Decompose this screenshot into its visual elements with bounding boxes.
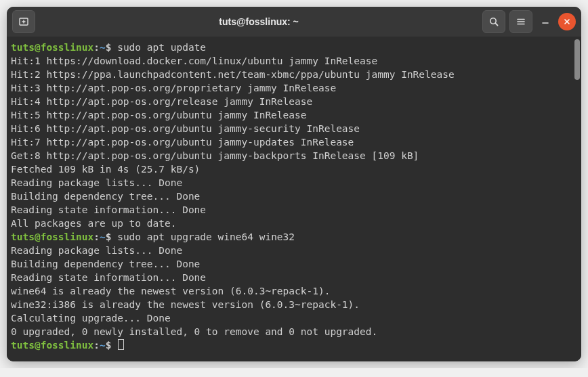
- output-line: All packages are up to date.: [11, 217, 581, 230]
- prompt-user: tuts@fosslinux: [11, 231, 93, 242]
- terminal-viewport[interactable]: tuts@fosslinux:~$ sudo apt update Hit:1 …: [7, 37, 581, 361]
- output-line: 0 upgraded, 0 newly installed, 0 to remo…: [11, 325, 581, 338]
- output-line: Reading state information... Done: [11, 203, 581, 217]
- prompt-path: ~: [100, 340, 106, 351]
- output-line: Reading package lists... Done: [11, 244, 581, 257]
- output-line: wine32:i386 is already the newest versio…: [11, 298, 581, 311]
- output-line: Reading package lists... Done: [11, 176, 581, 190]
- output-line: Hit:5 http://apt.pop-os.org/ubuntu jammy…: [11, 108, 581, 122]
- minimize-icon: [542, 18, 549, 25]
- prompt-line: tuts@fosslinux:~$ sudo apt update: [11, 41, 581, 54]
- prompt-line: tuts@fosslinux:~$ sudo apt upgrade wine6…: [11, 230, 581, 244]
- prompt-line: tuts@fosslinux:~$: [11, 338, 581, 352]
- output-line: Hit:4 http://apt.pop-os.org/release jamm…: [11, 95, 581, 108]
- new-tab-button[interactable]: [12, 10, 35, 33]
- close-icon: [564, 18, 570, 25]
- hamburger-icon: [516, 16, 526, 27]
- output-line: Reading state information... Done: [11, 271, 581, 284]
- search-icon: [488, 16, 499, 27]
- output-line: Building dependency tree... Done: [11, 257, 581, 271]
- new-tab-icon: [18, 16, 29, 27]
- output-line: Hit:1 https://download.docker.com/linux/…: [11, 54, 581, 68]
- close-button[interactable]: [558, 13, 576, 30]
- output-line: wine64 is already the newest version (6.…: [11, 284, 581, 298]
- menu-button[interactable]: [509, 10, 532, 33]
- output-line: Fetched 109 kB in 4s (25.7 kB/s): [11, 162, 581, 176]
- output-line: Calculating upgrade... Done: [11, 311, 581, 325]
- prompt-user: tuts@fosslinux: [11, 340, 93, 351]
- prompt-path: ~: [100, 231, 106, 242]
- command-text: sudo apt update: [117, 42, 206, 53]
- titlebar: tuts@fosslinux: ~: [7, 7, 581, 37]
- terminal-window: tuts@fosslinux: ~ tuts@fosslinux:~$ sudo…: [7, 7, 581, 361]
- window-title: tuts@fosslinux: ~: [41, 16, 477, 27]
- output-line: Hit:7 http://apt.pop-os.org/ubuntu jammy…: [11, 135, 581, 149]
- output-line: Hit:3 http://apt.pop-os.org/proprietary …: [11, 81, 581, 95]
- prompt-user: tuts@fosslinux: [11, 42, 93, 53]
- scrollbar-thumb[interactable]: [574, 39, 580, 80]
- output-line: Building dependency tree... Done: [11, 190, 581, 203]
- output-line: Get:8 http://apt.pop-os.org/ubuntu jammy…: [11, 149, 581, 162]
- output-line: Hit:6 http://apt.pop-os.org/ubuntu jammy…: [11, 122, 581, 135]
- prompt-path: ~: [100, 42, 106, 53]
- svg-line-4: [495, 23, 497, 25]
- search-button[interactable]: [482, 10, 505, 33]
- output-line: Hit:2 https://ppa.launchpadcontent.net/t…: [11, 68, 581, 81]
- minimize-button[interactable]: [537, 13, 554, 30]
- command-text: sudo apt upgrade wine64 wine32: [117, 231, 295, 242]
- cursor: [118, 339, 124, 350]
